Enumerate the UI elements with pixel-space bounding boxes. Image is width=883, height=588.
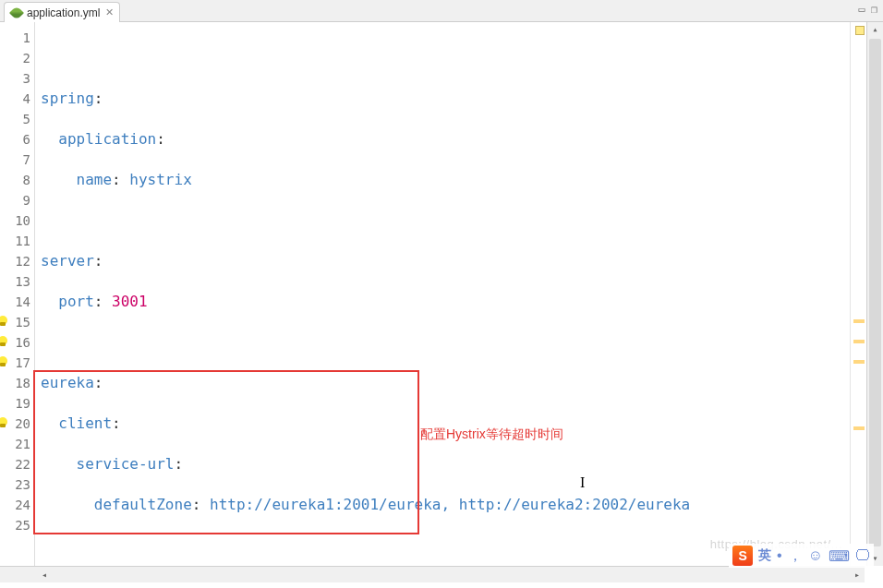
scroll-thumb[interactable] <box>869 39 881 546</box>
text-cursor-icon: I <box>580 474 585 491</box>
line-number: 10 <box>0 210 30 231</box>
editor-tab-bar: application.yml ✕ ▭ ❐ <box>0 0 883 22</box>
line-number: 1 <box>0 28 30 48</box>
ime-keyboard-icon[interactable]: 🖵 <box>855 547 870 564</box>
overview-ruler-mark <box>853 360 865 364</box>
line-number: 2 <box>0 48 30 68</box>
line-number: 22 <box>0 454 30 474</box>
ime-lang-indicator[interactable]: 英 <box>758 547 771 564</box>
line-number: 17 <box>0 353 30 373</box>
line-number: 24 <box>0 495 30 515</box>
overview-ruler-mark <box>853 426 865 430</box>
line-number: 13 <box>0 271 30 292</box>
horizontal-scrollbar[interactable]: ◂ ▸ <box>0 566 865 582</box>
spring-leaf-icon <box>9 6 24 20</box>
vertical-scrollbar[interactable]: ▴ ▾ <box>866 22 883 566</box>
overview-ruler-indicator <box>855 26 865 35</box>
line-number: 15 <box>0 312 30 332</box>
line-number: 9 <box>0 190 30 210</box>
line-number: 11 <box>0 231 30 251</box>
file-tab-application-yml[interactable]: application.yml ✕ <box>4 2 120 22</box>
line-number: 18 <box>0 373 30 393</box>
editor-area: 1 2 3 4 5 6 7 8 9 10 11 12 13 14 15 16 1… <box>0 22 883 566</box>
ime-punct-icon[interactable]: • <box>777 547 782 564</box>
overview-ruler-mark <box>853 340 865 343</box>
scroll-right-icon[interactable]: ▸ <box>850 567 865 582</box>
line-number: 25 <box>0 515 30 535</box>
line-number: 16 <box>0 332 30 353</box>
sogou-logo-icon[interactable]: S <box>732 546 753 566</box>
minimize-icon[interactable]: ▭ <box>859 3 865 17</box>
ime-mic-icon[interactable]: ⌨ <box>829 547 850 565</box>
ime-emoji-icon[interactable]: ☺ <box>808 547 823 564</box>
line-number: 6 <box>0 129 30 150</box>
line-number: 20 <box>0 414 30 434</box>
ime-toolbar[interactable]: S 英 • ， ☺ ⌨ 🖵 <box>729 544 874 568</box>
file-tab-label: application.yml <box>27 6 100 19</box>
scroll-up-icon[interactable]: ▴ <box>867 22 883 37</box>
line-number: 4 <box>0 89 30 109</box>
line-number: 3 <box>0 68 30 89</box>
line-number: 19 <box>0 393 30 414</box>
close-icon[interactable]: ✕ <box>105 6 114 18</box>
tab-bar-right-controls: ▭ ❐ <box>859 3 877 17</box>
line-number: 23 <box>0 474 30 495</box>
scroll-left-icon[interactable]: ◂ <box>37 567 52 582</box>
line-number: 7 <box>0 150 30 170</box>
code-editor[interactable]: spring: application: name: hystrix serve… <box>35 22 850 566</box>
annotation-text: 配置Hystrix等待超时时间 <box>420 426 563 443</box>
line-number: 5 <box>0 109 30 129</box>
overview-ruler-mark <box>853 319 865 323</box>
line-number: 8 <box>0 170 30 190</box>
overview-ruler[interactable] <box>850 22 866 566</box>
maximize-icon[interactable]: ❐ <box>871 3 877 17</box>
line-number: 21 <box>0 434 30 454</box>
line-number-gutter: 1 2 3 4 5 6 7 8 9 10 11 12 13 14 15 16 1… <box>0 22 35 566</box>
line-number: 14 <box>0 292 30 312</box>
ime-comma-icon[interactable]: ， <box>788 546 803 566</box>
line-number: 12 <box>0 251 30 271</box>
